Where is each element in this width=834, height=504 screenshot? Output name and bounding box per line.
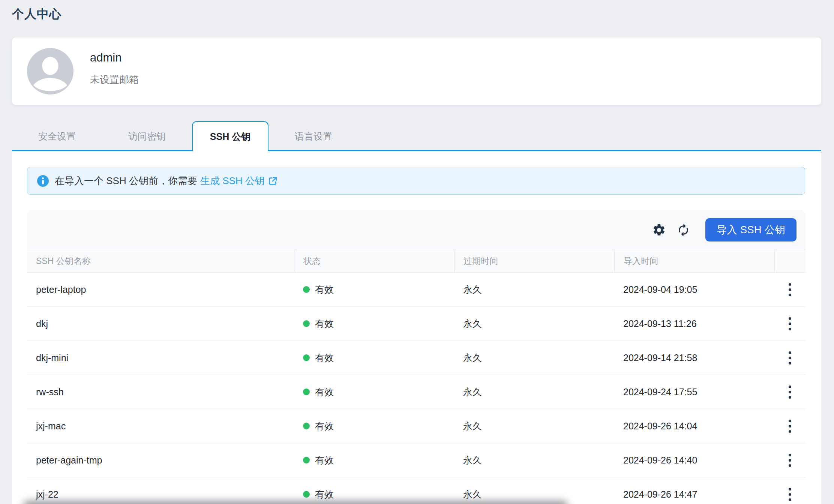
import-ssh-key-button[interactable]: 导入 SSH 公钥 — [705, 218, 796, 242]
row-actions-kebab-icon[interactable] — [786, 315, 794, 333]
status-dot-icon — [303, 388, 310, 395]
status-dot-icon — [303, 457, 310, 464]
expiry-cell: 永久 — [454, 443, 614, 477]
table-header-row: SSH 公钥名称 状态 过期时间 导入时间 — [27, 250, 806, 273]
table-row: peter-laptop 有效 永久 2024-09-04 19:05 — [27, 273, 806, 307]
imported-time-cell: 2024-09-26 14:40 — [614, 443, 774, 477]
expiry-cell: 永久 — [454, 341, 614, 375]
avatar — [27, 48, 74, 94]
actions-cell — [774, 443, 806, 477]
ssh-key-table-block: 导入 SSH 公钥 SSH 公钥名称 状态 过期时间 导入时间 peter-la… — [27, 210, 806, 504]
imported-time-cell: 2024-09-14 21:58 — [614, 341, 774, 375]
status-dot-icon — [303, 491, 310, 498]
table-row: dkj 有效 永久 2024-09-13 11:26 — [27, 307, 806, 341]
table-row: jxj-mac 有效 永久 2024-09-26 14:04 — [27, 409, 806, 443]
actions-cell — [774, 409, 806, 443]
status-cell: 有效 — [294, 341, 454, 375]
banner-text: 在导入一个 SSH 公钥前，你需要 — [55, 174, 197, 188]
ssh-key-name-cell: peter-again-tmp — [27, 443, 294, 477]
generate-ssh-key-link[interactable]: 生成 SSH 公钥 — [200, 174, 278, 188]
expiry-cell: 永久 — [454, 307, 614, 340]
actions-cell — [774, 375, 806, 409]
expiry-cell: 永久 — [454, 375, 614, 409]
expiry-cell: 永久 — [454, 477, 614, 504]
tab-language-settings[interactable]: 语言设置 — [268, 121, 358, 151]
row-actions-kebab-icon[interactable] — [786, 383, 794, 401]
tab-ssh-keys[interactable]: SSH 公钥 — [192, 121, 268, 151]
status-label: 有效 — [315, 454, 334, 466]
gear-icon[interactable] — [652, 223, 666, 237]
status-label: 有效 — [315, 420, 334, 432]
imported-time-cell: 2024-09-04 19:05 — [614, 273, 774, 306]
column-header-actions — [774, 250, 806, 272]
table-toolbar: 导入 SSH 公钥 — [27, 210, 806, 250]
row-actions-kebab-icon[interactable] — [786, 417, 794, 435]
column-header-expiry: 过期时间 — [454, 250, 614, 272]
table-body: peter-laptop 有效 永久 2024-09-04 19:05 dkj … — [27, 273, 806, 504]
external-link-icon — [268, 176, 278, 186]
profile-email: 未设置邮箱 — [90, 73, 139, 86]
status-cell: 有效 — [294, 409, 454, 443]
actions-cell — [774, 341, 806, 375]
status-cell: 有效 — [294, 443, 454, 477]
status-dot-icon — [303, 354, 310, 361]
status-label: 有效 — [315, 318, 334, 330]
column-header-status: 状态 — [294, 250, 454, 272]
personal-center-page: 个人中心 admin 未设置邮箱 安全设置 访问密钥 SSH 公钥 语言设置 在… — [0, 0, 834, 504]
ssh-key-name-cell: dkj-mini — [27, 341, 294, 375]
column-header-name: SSH 公钥名称 — [27, 250, 294, 272]
column-header-imported: 导入时间 — [614, 250, 774, 272]
tab-access-keys[interactable]: 访问密钥 — [102, 121, 192, 151]
table-row: peter-again-tmp 有效 永久 2024-09-26 14:40 — [27, 443, 806, 477]
table-row: jxj-22 有效 永久 2024-09-26 14:47 — [27, 477, 806, 504]
actions-cell — [774, 273, 806, 306]
imported-time-cell: 2024-09-13 11:26 — [614, 307, 774, 340]
profile-card: admin 未设置邮箱 — [12, 38, 821, 105]
refresh-icon[interactable] — [676, 223, 690, 237]
ssh-keys-panel: 在导入一个 SSH 公钥前，你需要 生成 SSH 公钥 导入 SSH 公钥 — [12, 151, 821, 504]
imported-time-cell: 2024-09-24 17:55 — [614, 375, 774, 409]
table-row: rw-ssh 有效 永久 2024-09-24 17:55 — [27, 375, 806, 409]
actions-cell — [774, 477, 806, 504]
actions-cell — [774, 307, 806, 340]
page-title: 个人中心 — [12, 6, 62, 22]
profile-username: admin — [90, 51, 122, 64]
status-dot-icon — [303, 286, 310, 293]
ssh-key-name-cell: jxj-mac — [27, 409, 294, 443]
status-cell: 有效 — [294, 307, 454, 340]
row-actions-kebab-icon[interactable] — [786, 349, 794, 367]
status-label: 有效 — [315, 284, 334, 296]
expiry-cell: 永久 — [454, 273, 614, 306]
ssh-key-name-cell: peter-laptop — [27, 273, 294, 306]
status-dot-icon — [303, 423, 310, 429]
ssh-key-name-cell: jxj-22 — [27, 477, 294, 504]
ssh-key-name-cell: dkj — [27, 307, 294, 340]
status-dot-icon — [303, 320, 310, 327]
status-label: 有效 — [315, 386, 334, 398]
imported-time-cell: 2024-09-26 14:47 — [614, 477, 774, 504]
tab-security-settings[interactable]: 安全设置 — [12, 121, 102, 151]
status-cell: 有效 — [294, 375, 454, 409]
row-actions-kebab-icon[interactable] — [786, 452, 794, 469]
status-label: 有效 — [315, 352, 334, 364]
status-cell: 有效 — [294, 273, 454, 306]
bottom-scrollbar-shadow — [23, 501, 568, 504]
table-row: dkj-mini 有效 永久 2024-09-14 21:58 — [27, 341, 806, 375]
tab-bar: 安全设置 访问密钥 SSH 公钥 语言设置 — [12, 121, 821, 151]
row-actions-kebab-icon[interactable] — [786, 486, 794, 503]
status-cell: 有效 — [294, 477, 454, 504]
info-banner: 在导入一个 SSH 公钥前，你需要 生成 SSH 公钥 — [27, 167, 805, 195]
imported-time-cell: 2024-09-26 14:04 — [614, 409, 774, 443]
info-icon — [37, 175, 49, 187]
expiry-cell: 永久 — [454, 409, 614, 443]
ssh-key-name-cell: rw-ssh — [27, 375, 294, 409]
status-label: 有效 — [315, 488, 334, 501]
row-actions-kebab-icon[interactable] — [786, 281, 794, 298]
